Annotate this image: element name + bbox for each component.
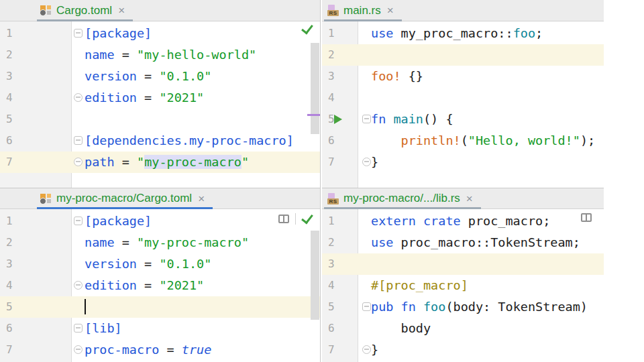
editor-tab[interactable]: RS my-proc-macro/.../lib.rs × [324,188,481,208]
fold-gutter [71,87,85,109]
inspections-ok-icon[interactable] [301,211,313,224]
code-line: 1extern crate proc_macro; [322,210,604,232]
code-token: = [137,90,159,105]
code-text: foo! {} [371,66,423,87]
code-text: name = "my-hello-world" [85,44,256,66]
tab-close-icon[interactable]: × [466,193,473,204]
line-number: 7 [322,152,358,173]
code-rows: 1[package]2name = "my-proc-macro"3versio… [0,209,320,361]
code-line: 5fn main() { [322,109,604,130]
line-number: 1 [322,23,358,44]
code-token: main [393,112,423,126]
code-token: [lib] [85,321,122,335]
cargo-file-icon [40,193,52,204]
code-line: 6 println!("Hello, world!"); [322,130,604,152]
tab-close-icon[interactable]: × [387,5,394,16]
code-line: 4 [322,87,604,109]
code-token: my_proc_macro:: [393,26,513,40]
code-text: [dependencies.my-proc-macro] [85,130,294,152]
line-number: 4 [322,87,358,109]
code-text: [package] [85,23,152,44]
code-token: foo [423,300,445,314]
code-rows: 1use my_proc_macro::foo;23foo! {}45fn ma… [322,21,604,173]
code-token: proc_macro; [461,214,551,228]
fold-marker-icon[interactable] [74,136,83,145]
editor-tab[interactable]: RS main.rs × [324,0,402,21]
fold-marker-icon[interactable] [74,217,83,225]
fold-gutter [71,210,85,232]
fold-marker-icon[interactable] [74,158,83,166]
code-token: ; [535,26,543,40]
fold-gutter [358,130,371,152]
code-line: 2name = "my-proc-macro" [0,232,320,253]
tab-label: my-proc-macro/.../lib.rs [343,192,460,205]
editor-area[interactable]: 1[package]2name = "my-hello-world"3versi… [0,21,320,188]
fold-marker-icon[interactable] [74,324,83,333]
code-rows: 1extern crate proc_macro;2use proc_macro… [322,209,604,361]
code-token: } [371,343,378,357]
code-line: 5pub fn foo(body: TokenStream) [322,296,604,318]
code-token: use [371,26,393,40]
cargo-icon-part [47,11,51,15]
code-text: } [371,152,378,173]
code-text: println!("Hello, world!"); [371,130,595,152]
run-button-icon[interactable] [334,115,342,124]
code-line: 3foo! {} [322,66,604,87]
line-number: 6 [322,318,358,339]
fold-gutter [71,232,85,253]
fold-marker-icon[interactable] [362,115,371,123]
line-number: 6 [322,130,358,152]
code-line: 3version = "0.1.0" [0,66,320,87]
line-number: 5 [0,109,71,130]
code-token: extern crate [371,214,461,228]
line-number: 1 [0,210,71,232]
reader-mode-icon[interactable] [278,215,289,223]
fold-gutter [71,130,85,152]
scrollbar-thumb[interactable] [311,231,319,320]
tab-label: my-proc-macro/Cargo.toml [56,192,192,205]
tab-bar: my-proc-macro/Cargo.toml × [0,188,320,209]
scrollbar-thumb[interactable] [311,43,319,134]
code-line: 4#[proc_macro] [322,275,604,296]
fold-gutter [358,318,371,339]
scrollbar-caret-mark [307,114,320,116]
code-text: path = "my-proc-macro" [85,152,249,173]
fold-marker-icon[interactable] [362,158,371,166]
line-number: 2 [0,232,71,253]
fold-gutter [71,318,85,339]
tab-close-icon[interactable]: × [118,5,125,16]
reader-mode-icon[interactable] [581,213,592,222]
editor-tab[interactable]: my-proc-macro/Cargo.toml × [37,188,213,208]
code-token: () { [423,112,453,126]
code-token: my-proc-macro [144,155,241,169]
code-token [371,133,401,147]
code-token: ( [461,133,468,147]
tab-bar: RS main.rs × [322,0,604,21]
tab-close-icon[interactable]: × [198,193,205,204]
fold-gutter [358,152,371,173]
fold-marker-icon[interactable] [74,281,83,290]
fold-marker-icon[interactable] [74,29,83,38]
fold-marker-icon[interactable] [362,345,371,354]
fold-marker-icon[interactable] [74,345,83,354]
code-line: 4edition = "2021" [0,87,320,109]
editor-tab[interactable]: Cargo.toml × [37,0,133,21]
fold-marker-icon[interactable] [362,302,371,311]
code-text: extern crate proc_macro; [371,210,550,232]
line-number: 5 [322,296,358,318]
fold-marker-icon[interactable] [74,93,83,102]
code-line: 6 body [322,318,604,339]
inspection-widget [278,213,313,225]
fold-gutter [358,109,371,130]
editor-area[interactable]: 1[package]2name = "my-proc-macro"3versio… [0,209,320,362]
code-text: pub fn foo(body: TokenStream) [371,296,588,318]
code-token: use [371,235,393,249]
cargo-icon-part [47,194,51,198]
fold-gutter [71,339,85,361]
fold-gutter [71,44,85,66]
editor-area[interactable]: 1extern crate proc_macro;2use proc_macro… [322,209,604,362]
code-token: #[proc_macro] [371,278,468,292]
code-text: } [371,339,378,361]
editor-area[interactable]: 1use my_proc_macro::foo;23foo! {}45fn ma… [322,21,604,188]
code-token: proc-macro [85,343,159,357]
